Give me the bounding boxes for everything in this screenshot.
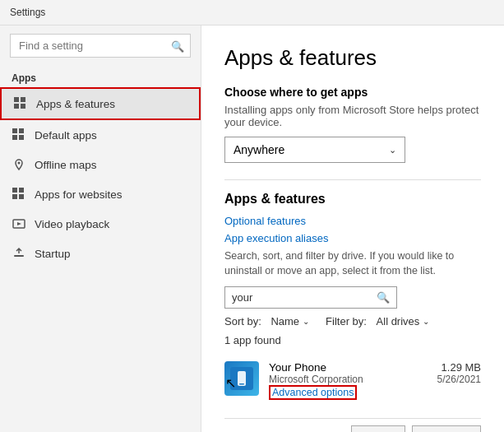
optional-features-link[interactable]: Optional features <box>224 215 481 227</box>
advanced-options-link[interactable]: Advanced options <box>269 385 357 400</box>
sidebar: 🔍 Apps Apps & features Default apps <box>0 26 201 432</box>
found-count: 1 app found <box>224 334 481 346</box>
svg-rect-9 <box>12 188 17 193</box>
source-dropdown[interactable]: Anywhere ⌄ <box>224 137 405 163</box>
sidebar-item-offline-maps-label: Offline maps <box>35 159 97 171</box>
sidebar-item-video-playback-label: Video playback <box>35 218 109 230</box>
sidebar-item-apps-websites-label: Apps for websites <box>35 188 123 201</box>
app-search-icon: 🔍 <box>377 291 390 304</box>
sidebar-item-startup-label: Startup <box>35 248 71 260</box>
sort-chevron-icon: ⌄ <box>303 317 309 326</box>
svg-rect-15 <box>14 255 24 257</box>
your-phone-app-icon <box>230 367 253 390</box>
sidebar-item-offline-maps[interactable]: Offline maps <box>0 150 201 179</box>
app-execution-aliases-link[interactable]: App execution aliases <box>224 232 481 244</box>
main-container: 🔍 Apps Apps & features Default apps <box>0 26 504 432</box>
startup-icon <box>12 246 26 261</box>
filter-by-value: All drives <box>377 315 420 327</box>
svg-rect-11 <box>12 194 17 199</box>
sidebar-item-startup[interactable]: Startup <box>0 239 201 268</box>
filter-by-label: Filter by: <box>326 315 367 327</box>
app-date: 5/26/2021 <box>437 374 481 385</box>
title-bar: Settings <box>0 0 504 26</box>
sort-by-label: Sort by: <box>224 315 261 327</box>
sidebar-item-apps-features[interactable]: Apps & features <box>0 87 201 120</box>
svg-rect-5 <box>19 128 24 133</box>
filter-by-control[interactable]: Filter by: All drives ⌄ <box>326 315 429 327</box>
sidebar-item-default-apps-label: Default apps <box>35 129 97 142</box>
sidebar-search-container: 🔍 <box>10 34 191 58</box>
sidebar-item-apps-websites[interactable]: Apps for websites <box>0 179 201 209</box>
search-description: Search, sort, and filter by drive. If yo… <box>224 249 481 278</box>
svg-rect-3 <box>21 104 25 109</box>
svg-rect-1 <box>21 97 25 102</box>
divider <box>224 179 481 180</box>
move-button[interactable]: Move <box>351 425 405 432</box>
svg-rect-7 <box>19 135 24 140</box>
sidebar-item-default-apps[interactable]: Default apps <box>0 120 201 150</box>
svg-rect-6 <box>12 135 17 140</box>
apps-websites-icon <box>12 187 26 202</box>
dropdown-container: Anywhere ⌄ <box>224 137 481 163</box>
video-playback-icon <box>12 216 26 231</box>
sort-by-value: Name <box>270 315 299 327</box>
app-icon: ↖ <box>224 361 259 396</box>
apps-features-icon <box>13 96 28 111</box>
svg-rect-2 <box>14 104 19 109</box>
page-title: Apps & features <box>224 45 481 71</box>
search-icon: 🔍 <box>171 39 184 52</box>
app-name: Your Phone <box>269 361 428 374</box>
svg-rect-12 <box>19 194 24 199</box>
app-publisher: Microsoft Corporation <box>269 374 428 385</box>
apps-features-sub-title: Apps & features <box>224 192 481 207</box>
svg-rect-18 <box>239 383 244 385</box>
sort-by-control[interactable]: Sort by: Name ⌄ <box>224 315 309 327</box>
uninstall-button[interactable]: Uninstall <box>412 425 481 432</box>
app-search-box: 🔍 <box>224 286 397 309</box>
dropdown-value: Anywhere <box>234 143 284 156</box>
app-list-item: ↖ Your Phone Microsoft Corporation Advan… <box>224 355 481 406</box>
svg-marker-14 <box>17 222 21 225</box>
filter-chevron-icon: ⌄ <box>423 317 429 326</box>
svg-rect-0 <box>14 97 19 102</box>
sort-filter-row: Sort by: Name ⌄ Filter by: All drives ⌄ <box>224 315 481 327</box>
choose-description: Installing apps only from Microsoft Stor… <box>224 104 481 128</box>
sidebar-section-label: Apps <box>0 66 201 87</box>
chevron-down-icon: ⌄ <box>389 145 396 156</box>
search-input[interactable] <box>10 34 191 58</box>
sidebar-item-apps-features-label: Apps & features <box>36 98 115 110</box>
bottom-buttons: Move Uninstall <box>224 418 481 432</box>
svg-rect-10 <box>19 188 24 193</box>
choose-section-heading: Choose where to get apps <box>224 86 481 99</box>
content-area: Apps & features Choose where to get apps… <box>201 26 504 432</box>
sidebar-item-video-playback[interactable]: Video playback <box>0 209 201 239</box>
app-details: Your Phone Microsoft Corporation Advance… <box>269 361 428 400</box>
svg-rect-4 <box>12 128 17 133</box>
offline-maps-icon <box>12 157 26 172</box>
app-size: 1.29 MB <box>437 361 481 374</box>
default-apps-icon <box>12 128 26 142</box>
app-size-date: 1.29 MB 5/26/2021 <box>437 361 481 385</box>
title-bar-label: Settings <box>10 7 45 18</box>
app-search-input[interactable] <box>232 291 377 304</box>
svg-point-8 <box>18 162 21 165</box>
